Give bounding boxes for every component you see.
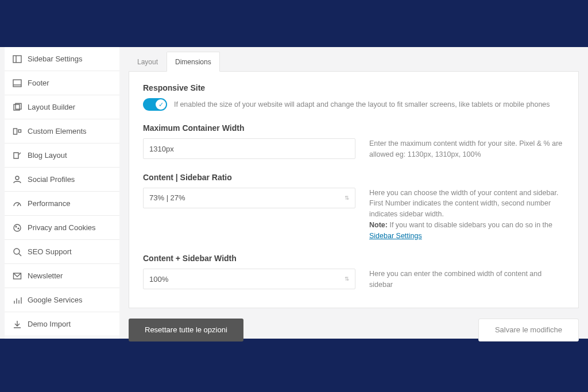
chevron-updown-icon: ⇅	[345, 195, 349, 201]
tab-dimensions[interactable]: Dimensions	[167, 52, 220, 72]
svg-line-14	[19, 254, 21, 256]
layout-sidebar-icon	[13, 55, 22, 64]
chevron-updown-icon: ⇅	[345, 276, 349, 282]
sidebar-item-google-services[interactable]: Google Services	[5, 288, 119, 312]
sidebar-item-footer[interactable]: Footer	[5, 71, 119, 95]
sidebar-item-privacy[interactable]: Privacy and Cookies	[5, 216, 119, 240]
envelope-icon	[13, 271, 22, 281]
combined-select[interactable]: 100% ⇅	[143, 269, 355, 289]
cookie-icon	[13, 223, 22, 232]
sidebar-item-label: Performance	[28, 199, 70, 208]
responsive-title: Responsive Site	[143, 83, 564, 92]
action-bar: Resettare tutte le opzioni Salvare le mo…	[129, 319, 579, 341]
sidebar-item-label: Google Services	[28, 296, 82, 304]
ratio-hint: Here you can choose the width of your co…	[369, 188, 564, 242]
settings-sidebar: Sidebar Settings Footer Layout Builder C…	[5, 47, 119, 339]
save-button[interactable]: Salvare le modifiche	[478, 319, 579, 341]
footer-icon	[13, 79, 22, 88]
svg-point-8	[16, 176, 19, 180]
ratio-value: 73% | 27%	[149, 193, 185, 202]
sidebar-item-seo[interactable]: SEO Support	[5, 240, 119, 264]
sidebar-item-label: Demo Import	[28, 320, 71, 328]
svg-rect-7	[18, 130, 21, 133]
sidebar-item-label: Privacy and Cookies	[28, 223, 96, 232]
max-width-input[interactable]	[143, 138, 355, 159]
sidebar-item-label: Newsletter	[28, 271, 63, 280]
svg-point-11	[16, 226, 17, 227]
sidebar-item-layout-builder[interactable]: Layout Builder	[5, 95, 119, 119]
field-max-width: Maximum Container Width Enter the maximu…	[143, 123, 564, 160]
svg-rect-0	[13, 56, 21, 63]
combined-value: 100%	[149, 275, 168, 284]
sidebar-item-social-profiles[interactable]: Social Profiles	[5, 168, 119, 192]
field-combined-width: Content + Sidebar Width 100% ⇅ Here you …	[143, 254, 564, 290]
blog-layout-icon	[13, 151, 22, 160]
svg-point-10	[14, 224, 21, 231]
responsive-toggle[interactable]	[143, 98, 167, 111]
sidebar-item-label: Social Profiles	[28, 175, 75, 184]
sidebar-item-performance[interactable]: Performance	[5, 192, 119, 216]
tab-layout[interactable]: Layout	[129, 52, 167, 71]
sidebar-settings-link[interactable]: Sidebar Settings	[369, 232, 422, 240]
layout-builder-icon	[13, 103, 22, 112]
custom-elements-icon	[13, 127, 22, 136]
sidebar-item-label: Footer	[28, 79, 49, 87]
reset-button[interactable]: Resettare tutte le opzioni	[129, 319, 243, 341]
field-content-sidebar-ratio: Content | Sidebar Ratio 73% | 27% ⇅ Here…	[143, 173, 564, 242]
sidebar-item-custom-elements[interactable]: Custom Elements	[5, 119, 119, 143]
svg-point-13	[14, 249, 20, 254]
download-icon	[13, 320, 22, 329]
svg-line-9	[17, 204, 19, 206]
combined-title: Content + Sidebar Width	[143, 254, 564, 263]
sidebar-item-label: SEO Support	[28, 247, 72, 256]
svg-rect-6	[14, 129, 17, 134]
user-icon	[13, 175, 22, 184]
max-width-hint: Enter the maximum content width for your…	[369, 138, 564, 160]
responsive-description: If enabled the size of your website will…	[174, 100, 550, 108]
chart-icon	[13, 296, 22, 305]
sidebar-item-sidebar-settings[interactable]: Sidebar Settings	[5, 47, 119, 71]
tab-bar: Layout Dimensions	[129, 52, 579, 72]
field-responsive-site: Responsive Site If enabled the size of y…	[143, 83, 564, 111]
combined-hint: Here you can enter the combined width of…	[369, 269, 564, 290]
sidebar-item-label: Sidebar Settings	[28, 55, 82, 63]
sidebar-item-demo-import[interactable]: Demo Import	[5, 312, 119, 336]
search-icon	[13, 247, 22, 257]
gauge-icon	[13, 199, 22, 208]
sidebar-item-blog-layout[interactable]: Blog Layout	[5, 143, 119, 168]
sidebar-item-label: Blog Layout	[28, 151, 67, 160]
sidebar-item-label: Custom Elements	[28, 127, 87, 135]
svg-point-12	[18, 228, 19, 229]
dimensions-panel: Responsive Site If enabled the size of y…	[129, 72, 579, 308]
svg-rect-2	[13, 80, 21, 87]
max-width-title: Maximum Container Width	[143, 123, 564, 133]
ratio-title: Content | Sidebar Ratio	[143, 173, 564, 182]
main-panel: Layout Dimensions Responsive Site If ena…	[129, 52, 579, 334]
sidebar-item-newsletter[interactable]: Newsletter	[5, 264, 119, 288]
ratio-select[interactable]: 73% | 27% ⇅	[143, 188, 355, 208]
sidebar-item-label: Layout Builder	[28, 103, 75, 111]
